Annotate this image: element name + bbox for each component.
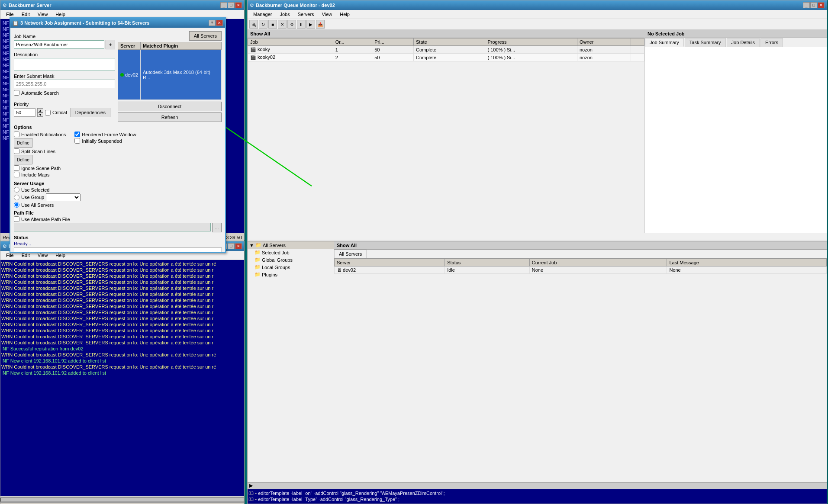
refresh-btn[interactable]: Refresh: [118, 112, 222, 122]
description-input[interactable]: [14, 58, 115, 71]
log-line: WRN Could not broadcast DISCOVER_SERVERS…: [1, 303, 243, 309]
queue-close-btn[interactable]: ✕: [818, 2, 825, 8]
auto-search-checkbox[interactable]: [14, 90, 19, 96]
menu-edit[interactable]: Edit: [18, 11, 33, 18]
job-name-label: Job Name: [14, 34, 115, 39]
path-file-input[interactable]: [14, 223, 211, 231]
rendered-frame-window-checkbox[interactable]: [74, 132, 80, 137]
queue-maximize-btn[interactable]: □: [810, 2, 817, 8]
connect-icon[interactable]: 🔌: [249, 20, 258, 29]
menu-jobs[interactable]: Jobs: [276, 11, 293, 18]
log-line: WRN Could not broadcast DISCOVER_SERVERS…: [1, 297, 243, 303]
tab-job-details[interactable]: Job Details: [727, 38, 760, 47]
auto-search-label: Automatic Search: [21, 90, 59, 96]
priority-input[interactable]: [14, 108, 35, 117]
tab-job-summary[interactable]: Job Summary: [645, 38, 684, 47]
queue-menubar: Manager Jobs Servers View Help: [248, 10, 827, 19]
subnet-mask-input[interactable]: [14, 80, 115, 88]
define-btn-2[interactable]: Define: [14, 155, 32, 164]
dialog-close-btn[interactable]: ✕: [216, 20, 223, 26]
dialog-help-btn[interactable]: ?: [209, 20, 216, 26]
job-name-input[interactable]: [14, 40, 104, 49]
no-selected-job-header: No Selected Job: [645, 30, 827, 38]
all-servers-btn[interactable]: All Servers: [189, 31, 222, 41]
menu-manager[interactable]: Manager: [250, 11, 275, 18]
initially-suspended-checkbox[interactable]: [74, 138, 80, 144]
use-group-radio[interactable]: [14, 195, 19, 200]
bottom-log-toolbar: ▶: [248, 482, 827, 489]
tab-errors[interactable]: Errors: [760, 38, 783, 47]
manager-log-area: WRN Could not broadcast DISCOVER_SERVERS…: [0, 260, 244, 496]
menu-servers[interactable]: Servers: [294, 11, 318, 18]
job-dialog-title: 3 Network Job Assignment - Submitting to…: [20, 20, 149, 26]
use-alternate-path-checkbox[interactable]: [14, 216, 19, 222]
use-all-servers-radio[interactable]: [14, 202, 19, 208]
queue-job-row-1[interactable]: 🎬 kooky 1 50 Complete ( 100% ) Si... noz…: [248, 46, 644, 54]
bottom-log-arrow[interactable]: ▶: [249, 483, 253, 488]
settings-icon[interactable]: ⚙: [287, 20, 296, 29]
menu-help-queue[interactable]: Help: [336, 11, 353, 18]
server-plugin-cell: Autodesk 3ds Max 2018 (64-bit) R...: [140, 50, 221, 100]
priority-up-btn[interactable]: ▲: [37, 108, 43, 112]
server-row-dev02[interactable]: 🖥 dev02 Idle None None: [335, 266, 827, 274]
tree-global-groups[interactable]: 📁 Global Groups: [253, 256, 334, 263]
enabled-notifications-checkbox[interactable]: [14, 132, 19, 137]
manager-scrollbar[interactable]: [0, 496, 244, 502]
film-icon-2: 🎬: [250, 55, 256, 60]
export-icon[interactable]: 📤: [316, 20, 325, 29]
menu-view[interactable]: View: [34, 11, 52, 18]
col-matched-plugin: Matched Plugin: [140, 42, 221, 50]
log-line: WRN Could not broadcast DISCOVER_SERVERS…: [1, 279, 243, 285]
add-job-btn[interactable]: +: [106, 40, 115, 49]
refresh-icon[interactable]: ↻: [259, 20, 267, 29]
queue-minimize-btn[interactable]: _: [803, 2, 810, 8]
play-icon[interactable]: ▶: [306, 20, 315, 29]
status-progress-bar: [14, 247, 222, 252]
tab-task-summary[interactable]: Task Summary: [685, 38, 726, 47]
menu-help[interactable]: Help: [52, 11, 69, 18]
dependencies-btn[interactable]: Dependencies: [71, 108, 110, 117]
group-select[interactable]: [46, 193, 81, 201]
menu-view[interactable]: View: [319, 11, 336, 18]
close-btn[interactable]: ✕: [235, 2, 242, 8]
tree-all-servers[interactable]: ▼ 📁 All Servers: [248, 241, 334, 249]
tree-selected-job[interactable]: 📁 Selected Job: [253, 249, 334, 256]
stop-icon[interactable]: ■: [268, 20, 277, 29]
manager-status-bar: Ready Manager 13:39:51: [0, 502, 244, 504]
pause-icon[interactable]: ⏸: [297, 20, 306, 29]
log-line: WRN Could not broadcast DISCOVER_SERVERS…: [1, 261, 243, 267]
use-alternate-path-label: Use Alternate Path File: [21, 217, 70, 222]
ignore-scene-path-checkbox[interactable]: [14, 165, 19, 171]
servers-table: Server Status Current Job Last Message 🖥…: [334, 259, 827, 274]
tree-global-groups-label: Global Groups: [262, 257, 293, 263]
manager-maximize-btn[interactable]: □: [228, 243, 235, 249]
include-maps-checkbox[interactable]: [14, 172, 19, 177]
menu-file[interactable]: File: [3, 11, 17, 18]
priority-down-btn[interactable]: ▼: [37, 112, 43, 117]
define-btn-1[interactable]: Define: [14, 138, 32, 148]
job-dialog-body: Job Name + Description Enter Subnet Mask…: [10, 28, 225, 252]
col-extra: [631, 39, 644, 46]
server-current-job-cell: None: [529, 266, 667, 274]
tree-plugins[interactable]: 📁 Plugins: [253, 271, 334, 278]
include-maps-label: Include Maps: [21, 172, 49, 177]
disconnect-btn[interactable]: Disconnect: [118, 102, 222, 111]
use-selected-radio[interactable]: [14, 187, 19, 193]
server-row[interactable]: dev02 Autodesk 3ds Max 2018 (64-bit) R..…: [118, 50, 222, 100]
queue-monitor-bottom: ▼ 📁 All Servers 📁 Selected Job 📁 Global …: [247, 241, 827, 504]
bb-server-title: Backburner Server: [9, 3, 51, 8]
tree-local-groups[interactable]: 📁 Local Groups: [253, 263, 334, 271]
tab-all-servers[interactable]: All Servers: [334, 250, 367, 258]
manager-close-btn[interactable]: ✕: [235, 243, 242, 249]
queue-job-row-2[interactable]: 🎬 kooky02 2 50 Complete ( 100% ) Si... n…: [248, 54, 644, 61]
job-dialog-titlebar: 📋 3 Network Job Assignment - Submitting …: [10, 18, 225, 28]
critical-checkbox[interactable]: [45, 110, 51, 116]
minimize-btn[interactable]: _: [220, 2, 227, 8]
tree-local-groups-label: Local Groups: [262, 265, 290, 270]
path-browse-btn[interactable]: ...: [212, 223, 222, 232]
servers-show-all-header: Show All: [334, 241, 827, 250]
split-scan-lines-checkbox[interactable]: [14, 148, 19, 154]
delete-icon[interactable]: ✕: [278, 20, 287, 29]
maximize-btn[interactable]: □: [228, 2, 235, 8]
manager-icon: ⚙: [3, 244, 7, 249]
